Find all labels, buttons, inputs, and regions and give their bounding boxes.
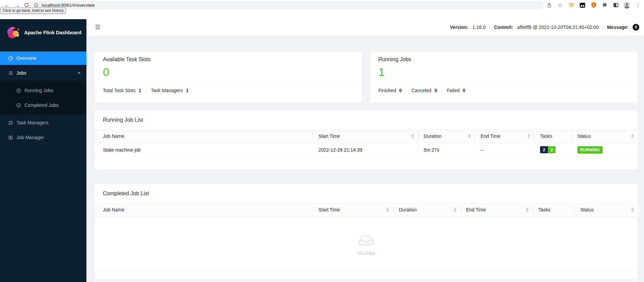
build-blocks-icon: [8, 135, 13, 140]
version-label: Version:: [450, 25, 468, 30]
sidebar-item-overview[interactable]: Overview: [0, 51, 86, 65]
commit-value: af6eff8 @ 2022-10-20T04:21:45+02:00: [517, 25, 599, 30]
url-text[interactable]: localhost:8081/#/overview: [42, 3, 95, 8]
stat-label: Canceled: [412, 88, 431, 93]
column-header-job-name: Job Name: [95, 130, 313, 143]
cell-start-time: 2022-12-29 21:14:39: [313, 143, 418, 157]
column-header-tasks: Tasks: [533, 203, 575, 216]
empty-box-icon: [355, 232, 377, 248]
sidebar-item-jobs[interactable]: Jobs: [0, 66, 86, 80]
sidebar-item-label: Jobs: [16, 70, 27, 76]
completed-job-list-card: Completed Job List Job Name Start Time D…: [94, 184, 638, 279]
stat-label: Total Task Slots: [103, 88, 136, 93]
extensions-puzzle-button[interactable]: [601, 1, 609, 9]
empty-text: No Data: [357, 250, 375, 256]
sidebar-item-task-managers[interactable]: Task Managers: [0, 116, 86, 129]
stat-value: 0: [399, 88, 402, 93]
running-jobs-card: Running Jobs 1 Finished 0 Canceled 0 Fai…: [370, 51, 638, 103]
sort-icon[interactable]: [411, 134, 414, 138]
app-title: Apache Flink Dashboard: [24, 30, 81, 35]
extension-shield-icon[interactable]: [590, 1, 598, 9]
sidebar-item-label: Task Managers: [16, 120, 48, 125]
sidebar: Apache Flink Dashboard Overview: [0, 19, 86, 282]
sidebar-item-label: Running Jobs: [25, 88, 53, 93]
status-badge: RUNNING: [577, 146, 603, 154]
column-header-end-time[interactable]: End Time: [475, 130, 535, 143]
column-header-start-time[interactable]: Start Time: [313, 203, 393, 216]
sort-icon[interactable]: [386, 208, 389, 212]
bookmark-star-button[interactable]: ☆: [556, 1, 564, 9]
tasks-total-badge: 2: [540, 146, 548, 153]
svg-text:363: 363: [569, 2, 574, 6]
cell-duration: 5m 27s: [418, 143, 475, 157]
column-header-end-time[interactable]: End Time: [461, 203, 533, 216]
card-title: Running Jobs: [378, 56, 630, 63]
stat-label: Finished: [378, 88, 396, 93]
flink-logo: [5, 26, 20, 39]
play-circle-icon: [16, 88, 21, 93]
column-header-status[interactable]: Status: [572, 130, 638, 143]
sort-icon[interactable]: [528, 134, 530, 138]
cell-job-name[interactable]: State machine job: [95, 143, 313, 157]
divider: [442, 88, 442, 93]
sidebar-item-label: Job Manager: [16, 135, 44, 140]
divider: [490, 25, 490, 30]
column-header-duration[interactable]: Duration: [393, 203, 461, 216]
share-icon: [546, 2, 552, 8]
sidebar-item-label: Overview: [16, 55, 36, 61]
sidebar-collapse-button[interactable]: [94, 24, 101, 31]
extension-363-icon[interactable]: 363: [567, 1, 575, 9]
sidebar-item-running-jobs[interactable]: Running Jobs: [0, 84, 86, 97]
cell-tasks: 2 2: [535, 143, 572, 157]
card-footer-space: [95, 272, 638, 279]
sort-icon[interactable]: [468, 134, 471, 138]
app-header: Version: 1.16.0 Commit: af6eff8 @ 2022-1…: [86, 19, 644, 35]
list-icon: [8, 71, 13, 76]
version-value: 1.16.0: [472, 25, 486, 30]
back-button-tooltip: Click to go back, hold to see history: [0, 7, 66, 14]
dashboard-icon: [8, 56, 13, 61]
sort-icon[interactable]: [454, 208, 456, 212]
browser-menu-button[interactable]: ⋮: [634, 1, 642, 9]
cell-end-time: –: [475, 143, 535, 157]
profile-avatar[interactable]: [623, 1, 631, 9]
page-info-icon[interactable]: [34, 3, 39, 8]
sidebar-item-label: Completed Jobs: [25, 103, 59, 108]
address-bar[interactable]: localhost:8081/#/overview: [30, 1, 544, 9]
chevron-up-icon: [77, 71, 81, 76]
sidebar-menu: Overview Jobs: [0, 46, 86, 144]
column-header-status[interactable]: Status: [575, 203, 638, 216]
extension-dark-icon[interactable]: [578, 1, 586, 9]
sort-icon[interactable]: [631, 134, 634, 138]
sort-icon[interactable]: [631, 208, 634, 212]
sidebar-item-completed-jobs[interactable]: Completed Jobs: [0, 98, 86, 112]
commit-label: Commit:: [494, 25, 513, 30]
column-header-job-name: Job Name: [95, 203, 313, 216]
stat-value: 1: [139, 88, 141, 93]
side-panel-button[interactable]: [612, 1, 620, 9]
sort-icon[interactable]: [526, 208, 529, 212]
share-button[interactable]: [545, 1, 553, 9]
divider: [407, 88, 407, 93]
completed-job-table: Job Name Start Time Duration End Time: [95, 203, 638, 217]
cell-status: RUNNING: [572, 143, 638, 157]
table-row[interactable]: State machine job 2022-12-29 21:14:39 5m…: [95, 143, 638, 157]
column-header-start-time[interactable]: Start Time: [313, 130, 418, 143]
sidebar-jobs-submenu: Running Jobs Completed Jobs: [0, 81, 86, 115]
card-title: Available Task Slots: [103, 56, 354, 63]
menu-fold-icon: [94, 24, 101, 30]
running-job-list-title: Running Job List: [95, 110, 638, 130]
divider: [603, 25, 603, 30]
stat-value: 1: [186, 88, 189, 93]
tasks-running-badge: 2: [548, 146, 556, 153]
stat-value: 0: [463, 88, 465, 93]
table-header-row: Job Name Start Time Duration End Time: [95, 203, 638, 216]
message-count-badge[interactable]: 0: [633, 24, 639, 31]
sidebar-item-job-manager[interactable]: Job Manager: [0, 131, 86, 144]
column-header-tasks: Tasks: [535, 130, 572, 143]
calendar-check-icon: [8, 120, 13, 125]
sidebar-logo-row: Apache Flink Dashboard: [0, 19, 86, 46]
stat-value: 0: [434, 88, 437, 93]
available-task-slots-value: 0: [103, 65, 354, 80]
column-header-duration[interactable]: Duration: [418, 130, 475, 143]
